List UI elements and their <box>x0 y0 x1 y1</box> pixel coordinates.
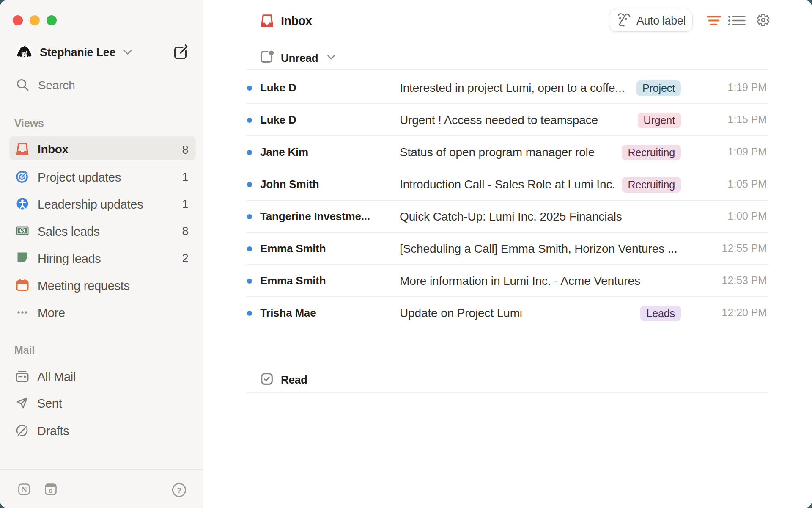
svg-text:?: ? <box>177 486 182 495</box>
svg-text:6: 6 <box>49 487 52 494</box>
svg-text:$: $ <box>21 227 24 234</box>
svg-text:N: N <box>21 485 27 494</box>
